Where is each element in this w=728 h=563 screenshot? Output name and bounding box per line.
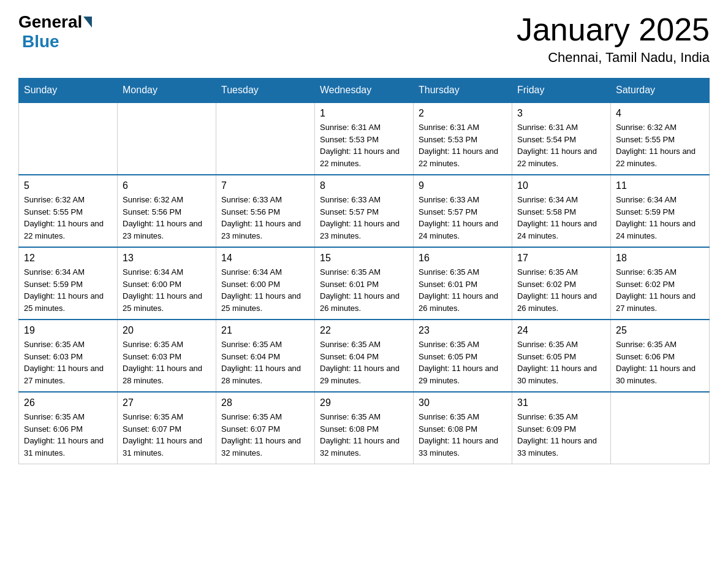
day-number: 23	[419, 325, 507, 336]
day-number: 28	[221, 397, 309, 408]
calendar-cell: 17Sunrise: 6:35 AMSunset: 6:02 PMDayligh…	[512, 247, 611, 320]
day-number: 6	[123, 180, 211, 191]
calendar-header-thursday: Thursday	[414, 79, 512, 103]
day-info: Sunrise: 6:32 AMSunset: 5:55 PMDaylight:…	[616, 121, 704, 169]
day-number: 24	[517, 325, 605, 336]
day-number: 13	[123, 253, 211, 264]
day-info: Sunrise: 6:35 AMSunset: 6:03 PMDaylight:…	[24, 339, 112, 386]
day-number: 9	[419, 180, 507, 191]
calendar-header-sunday: Sunday	[19, 79, 118, 103]
calendar-cell: 18Sunrise: 6:35 AMSunset: 6:02 PMDayligh…	[611, 247, 710, 320]
day-number: 31	[517, 397, 605, 408]
calendar-cell: 4Sunrise: 6:32 AMSunset: 5:55 PMDaylight…	[611, 102, 710, 175]
calendar-header-tuesday: Tuesday	[216, 79, 315, 103]
calendar-cell: 22Sunrise: 6:35 AMSunset: 6:04 PMDayligh…	[315, 320, 414, 392]
calendar-cell: 19Sunrise: 6:35 AMSunset: 6:03 PMDayligh…	[19, 320, 118, 392]
calendar-cell: 8Sunrise: 6:33 AMSunset: 5:57 PMDaylight…	[315, 175, 414, 247]
day-info: Sunrise: 6:33 AMSunset: 5:56 PMDaylight:…	[221, 194, 309, 242]
day-info: Sunrise: 6:34 AMSunset: 6:00 PMDaylight:…	[221, 266, 309, 314]
day-info: Sunrise: 6:35 AMSunset: 6:09 PMDaylight:…	[517, 411, 605, 459]
day-number: 26	[24, 397, 112, 408]
day-info: Sunrise: 6:35 AMSunset: 6:07 PMDaylight:…	[221, 411, 309, 459]
calendar-cell: 15Sunrise: 6:35 AMSunset: 6:01 PMDayligh…	[315, 247, 414, 320]
title-area: January 2025 Chennai, Tamil Nadu, India	[517, 12, 710, 66]
calendar-cell	[216, 102, 315, 175]
calendar-week-row: 12Sunrise: 6:34 AMSunset: 5:59 PMDayligh…	[19, 247, 710, 320]
calendar-cell: 11Sunrise: 6:34 AMSunset: 5:59 PMDayligh…	[611, 175, 710, 247]
calendar-cell: 6Sunrise: 6:32 AMSunset: 5:56 PMDaylight…	[118, 175, 216, 247]
day-number: 22	[320, 325, 408, 336]
day-number: 2	[419, 108, 507, 119]
day-info: Sunrise: 6:35 AMSunset: 6:06 PMDaylight:…	[24, 411, 112, 459]
calendar-header-friday: Friday	[512, 79, 611, 103]
calendar-week-row: 5Sunrise: 6:32 AMSunset: 5:55 PMDaylight…	[19, 175, 710, 247]
day-number: 27	[123, 397, 211, 408]
calendar-cell: 27Sunrise: 6:35 AMSunset: 6:07 PMDayligh…	[118, 392, 216, 464]
day-info: Sunrise: 6:31 AMSunset: 5:53 PMDaylight:…	[419, 121, 507, 169]
page-header: General Blue January 2025 Chennai, Tamil…	[18, 12, 710, 66]
day-info: Sunrise: 6:33 AMSunset: 5:57 PMDaylight:…	[419, 194, 507, 242]
calendar-header-saturday: Saturday	[611, 79, 710, 103]
day-info: Sunrise: 6:31 AMSunset: 5:53 PMDaylight:…	[320, 121, 408, 169]
calendar-cell: 14Sunrise: 6:34 AMSunset: 6:00 PMDayligh…	[216, 247, 315, 320]
day-info: Sunrise: 6:35 AMSunset: 6:02 PMDaylight:…	[616, 266, 704, 314]
day-number: 8	[320, 180, 408, 191]
day-number: 10	[517, 180, 605, 191]
calendar-cell: 7Sunrise: 6:33 AMSunset: 5:56 PMDaylight…	[216, 175, 315, 247]
day-info: Sunrise: 6:34 AMSunset: 6:00 PMDaylight:…	[123, 266, 211, 314]
day-number: 1	[320, 108, 408, 119]
calendar-header-row: SundayMondayTuesdayWednesdayThursdayFrid…	[19, 79, 710, 103]
day-number: 4	[616, 108, 704, 119]
calendar-cell: 13Sunrise: 6:34 AMSunset: 6:00 PMDayligh…	[118, 247, 216, 320]
day-number: 11	[616, 180, 704, 191]
day-number: 17	[517, 253, 605, 264]
day-info: Sunrise: 6:35 AMSunset: 6:04 PMDaylight:…	[221, 339, 309, 386]
calendar-cell: 24Sunrise: 6:35 AMSunset: 6:05 PMDayligh…	[512, 320, 611, 392]
day-number: 18	[616, 253, 704, 264]
calendar-cell: 23Sunrise: 6:35 AMSunset: 6:05 PMDayligh…	[414, 320, 512, 392]
day-info: Sunrise: 6:33 AMSunset: 5:57 PMDaylight:…	[320, 194, 408, 242]
calendar-cell	[118, 102, 216, 175]
calendar-cell: 31Sunrise: 6:35 AMSunset: 6:09 PMDayligh…	[512, 392, 611, 464]
day-number: 7	[221, 180, 309, 191]
day-info: Sunrise: 6:35 AMSunset: 6:04 PMDaylight:…	[320, 339, 408, 386]
day-info: Sunrise: 6:35 AMSunset: 6:07 PMDaylight:…	[123, 411, 211, 459]
day-info: Sunrise: 6:31 AMSunset: 5:54 PMDaylight:…	[517, 121, 605, 169]
calendar-cell: 28Sunrise: 6:35 AMSunset: 6:07 PMDayligh…	[216, 392, 315, 464]
day-info: Sunrise: 6:34 AMSunset: 5:59 PMDaylight:…	[24, 266, 112, 314]
day-info: Sunrise: 6:34 AMSunset: 5:58 PMDaylight:…	[517, 194, 605, 242]
day-number: 5	[24, 180, 112, 191]
day-info: Sunrise: 6:35 AMSunset: 6:01 PMDaylight:…	[320, 266, 408, 314]
calendar-cell: 12Sunrise: 6:34 AMSunset: 5:59 PMDayligh…	[19, 247, 118, 320]
calendar-cell	[611, 392, 710, 464]
calendar-cell: 2Sunrise: 6:31 AMSunset: 5:53 PMDaylight…	[414, 102, 512, 175]
day-number: 3	[517, 108, 605, 119]
day-info: Sunrise: 6:35 AMSunset: 6:01 PMDaylight:…	[419, 266, 507, 314]
day-info: Sunrise: 6:35 AMSunset: 6:06 PMDaylight:…	[616, 339, 704, 386]
day-info: Sunrise: 6:32 AMSunset: 5:56 PMDaylight:…	[123, 194, 211, 242]
calendar-cell	[19, 102, 118, 175]
day-info: Sunrise: 6:34 AMSunset: 5:59 PMDaylight:…	[616, 194, 704, 242]
day-info: Sunrise: 6:32 AMSunset: 5:55 PMDaylight:…	[24, 194, 112, 242]
calendar-table: SundayMondayTuesdayWednesdayThursdayFrid…	[18, 78, 710, 464]
logo: General Blue	[18, 12, 92, 52]
day-info: Sunrise: 6:35 AMSunset: 6:08 PMDaylight:…	[320, 411, 408, 459]
day-number: 16	[419, 253, 507, 264]
day-number: 29	[320, 397, 408, 408]
day-number: 20	[123, 325, 211, 336]
calendar-week-row: 26Sunrise: 6:35 AMSunset: 6:06 PMDayligh…	[19, 392, 710, 464]
day-number: 21	[221, 325, 309, 336]
calendar-cell: 1Sunrise: 6:31 AMSunset: 5:53 PMDaylight…	[315, 102, 414, 175]
calendar-cell: 29Sunrise: 6:35 AMSunset: 6:08 PMDayligh…	[315, 392, 414, 464]
day-number: 25	[616, 325, 704, 336]
calendar-cell: 25Sunrise: 6:35 AMSunset: 6:06 PMDayligh…	[611, 320, 710, 392]
calendar-cell: 10Sunrise: 6:34 AMSunset: 5:58 PMDayligh…	[512, 175, 611, 247]
day-number: 12	[24, 253, 112, 264]
calendar-cell: 26Sunrise: 6:35 AMSunset: 6:06 PMDayligh…	[19, 392, 118, 464]
day-info: Sunrise: 6:35 AMSunset: 6:02 PMDaylight:…	[517, 266, 605, 314]
logo-arrow-icon	[83, 17, 92, 28]
day-number: 15	[320, 253, 408, 264]
location: Chennai, Tamil Nadu, India	[517, 50, 710, 66]
day-info: Sunrise: 6:35 AMSunset: 6:05 PMDaylight:…	[517, 339, 605, 386]
calendar-week-row: 1Sunrise: 6:31 AMSunset: 5:53 PMDaylight…	[19, 102, 710, 175]
